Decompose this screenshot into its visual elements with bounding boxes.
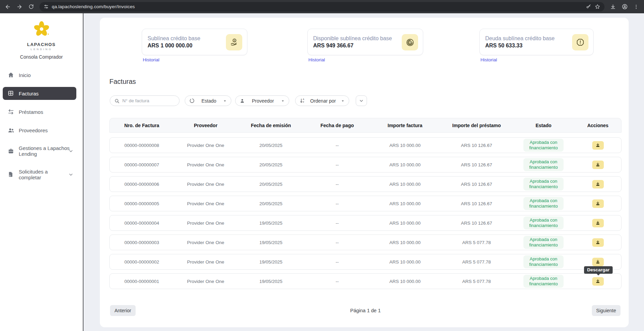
card-sublinea-credito: Sublínea crédito base ARS 1 000 000.00 $ bbox=[142, 29, 247, 55]
download-button[interactable] bbox=[592, 258, 604, 266]
svg-text:$: $ bbox=[409, 41, 411, 44]
sidebar-item-solicitudes[interactable]: Solicitudes a completar bbox=[3, 166, 76, 184]
more-filters-button[interactable] bbox=[356, 95, 367, 106]
cell-issue-date: 19/05/2025 bbox=[237, 240, 304, 245]
download-button[interactable] bbox=[592, 219, 604, 227]
sidebar-item-prestamos[interactable]: Préstamos bbox=[3, 105, 76, 118]
home-icon bbox=[7, 72, 14, 78]
cell-status: Aprobada con financiamiento bbox=[513, 216, 574, 230]
cell-invoice-number: 00000-00000003 bbox=[110, 240, 174, 245]
card-title: Sublínea crédito base bbox=[148, 35, 200, 42]
cell-provider: Provider One One bbox=[174, 201, 237, 206]
column-header: Nro. de Factura bbox=[110, 123, 174, 128]
cell-issue-date: 20/05/2025 bbox=[237, 182, 304, 187]
sidebar-item-facturas[interactable]: Facturas bbox=[3, 87, 76, 100]
column-header: Importe del préstamo bbox=[440, 123, 513, 128]
cell-issue-date: 20/05/2025 bbox=[237, 143, 304, 148]
downloads-icon[interactable] bbox=[608, 2, 618, 12]
download-icon bbox=[595, 162, 600, 167]
cell-loan-amount: ARS 10 126.67 bbox=[440, 162, 513, 167]
table-row: 00000-00000001 Provider One One 19/05/20… bbox=[109, 273, 622, 289]
back-icon[interactable] bbox=[3, 2, 13, 12]
cell-payment-date: -- bbox=[304, 279, 370, 284]
caret-down-icon bbox=[341, 99, 345, 103]
cell-status: Aprobada con financiamiento bbox=[513, 178, 574, 191]
profile-icon[interactable] bbox=[619, 2, 630, 12]
reload-icon[interactable] bbox=[26, 2, 36, 12]
column-header: Fecha de emisión bbox=[237, 123, 304, 128]
file-check-icon bbox=[7, 171, 14, 178]
download-icon bbox=[595, 201, 600, 206]
hand-coin-icon: $ bbox=[226, 34, 242, 50]
historial-link[interactable]: Historial bbox=[480, 57, 497, 62]
download-button[interactable] bbox=[592, 199, 604, 208]
sidebar-item-inicio[interactable]: Inicio bbox=[3, 69, 76, 81]
sidebar-item-label: Proveedores bbox=[19, 127, 48, 133]
download-icon bbox=[595, 182, 600, 187]
cell-issue-date: 19/05/2025 bbox=[237, 279, 304, 284]
brand-logo: LAPACHOS LENDING bbox=[0, 13, 83, 51]
download-button[interactable] bbox=[592, 180, 604, 189]
cell-status: Aprobada con financiamiento bbox=[513, 255, 574, 269]
bookmark-star-icon[interactable] bbox=[595, 4, 600, 10]
cell-invoice-number: 00000-00000002 bbox=[110, 259, 174, 265]
site-settings-icon[interactable] bbox=[44, 4, 49, 9]
transfer-icon bbox=[7, 108, 14, 115]
cell-issue-date: 20/05/2025 bbox=[237, 162, 304, 167]
cell-loan-amount: ARS 10 126.67 bbox=[440, 201, 513, 206]
cell-status: Aprobada con financiamiento bbox=[513, 158, 574, 171]
card-disponible-sublinea: Disponible sublínea crédito base ARS 949… bbox=[307, 29, 423, 55]
download-button[interactable] bbox=[592, 161, 604, 169]
brand-subtitle: LENDING bbox=[0, 48, 83, 51]
historial-link[interactable]: Historial bbox=[308, 57, 325, 62]
search-input[interactable] bbox=[122, 98, 175, 103]
ordenar-filter-dropdown[interactable]: AZ Ordenar por bbox=[295, 95, 349, 106]
cell-invoice-amount: ARS 10 000.00 bbox=[370, 162, 440, 167]
sidebar: LAPACHOS LENDING Consola Comprador Inici… bbox=[0, 13, 83, 331]
status-badge: Aprobada con financiamiento bbox=[523, 216, 564, 230]
forward-icon[interactable] bbox=[14, 2, 25, 12]
console-label: Consola Comprador bbox=[0, 54, 83, 60]
cell-invoice-number: 00000-00000001 bbox=[110, 279, 174, 284]
status-badge: Aprobada con financiamiento bbox=[523, 178, 564, 191]
next-page-button[interactable]: Siguiente bbox=[592, 305, 620, 316]
url-bar[interactable]: qa.lapachoslending.com/buyer/Invoices bbox=[40, 2, 604, 12]
invoice-search-field[interactable] bbox=[110, 95, 180, 106]
sidebar-item-gestiones[interactable]: Gestiones a Lapachos Lending bbox=[3, 142, 76, 160]
cell-actions bbox=[574, 199, 622, 208]
cell-payment-date: -- bbox=[304, 162, 370, 167]
download-button[interactable] bbox=[592, 141, 604, 150]
table-row: 00000-00000004 Provider One One 19/05/20… bbox=[109, 215, 622, 231]
status-loader-icon bbox=[189, 98, 195, 104]
cell-invoice-amount: ARS 10 000.00 bbox=[370, 201, 440, 206]
card-value: ARS 50 633.33 bbox=[485, 43, 555, 49]
person-icon bbox=[240, 98, 245, 104]
historial-link[interactable]: Historial bbox=[143, 57, 159, 62]
page-indicator: Página 1 de 1 bbox=[109, 308, 622, 313]
cell-actions bbox=[574, 161, 622, 169]
sidebar-item-proveedores[interactable]: Proveedores bbox=[3, 124, 76, 137]
password-key-icon[interactable] bbox=[586, 4, 592, 10]
proveedor-filter-dropdown[interactable]: Proveedor bbox=[235, 95, 289, 106]
cell-payment-date: -- bbox=[304, 240, 370, 245]
download-button[interactable] bbox=[592, 238, 604, 247]
download-icon bbox=[595, 240, 600, 245]
sidebar-item-label: Gestiones a Lapachos Lending bbox=[19, 145, 70, 157]
svg-text:A: A bbox=[303, 98, 305, 100]
proveedor-filter-label: Proveedor bbox=[252, 98, 274, 104]
table-row: 00000-00000008 Provider One One 20/05/20… bbox=[109, 137, 622, 153]
cell-payment-date: -- bbox=[304, 259, 370, 265]
menu-kebab-icon[interactable] bbox=[631, 2, 641, 12]
download-button[interactable] bbox=[592, 277, 604, 286]
sidebar-item-label: Inicio bbox=[19, 72, 31, 78]
content-panel: Sublínea crédito base ARS 1 000 000.00 $… bbox=[100, 18, 629, 327]
cell-payment-date: -- bbox=[304, 182, 370, 187]
cell-loan-amount: ARS 5 077.78 bbox=[440, 279, 513, 284]
estado-filter-dropdown[interactable]: Estado bbox=[185, 95, 231, 106]
card-deuda-sublinea: Deuda sublínea crédito base ARS 50 633.3… bbox=[479, 29, 594, 55]
cell-invoice-amount: ARS 10 000.00 bbox=[370, 279, 440, 284]
column-header: Importe factura bbox=[370, 123, 440, 128]
cell-invoice-number: 00000-00000007 bbox=[110, 162, 174, 167]
alert-octagon-icon bbox=[572, 34, 588, 50]
chevron-down-icon bbox=[68, 148, 74, 154]
